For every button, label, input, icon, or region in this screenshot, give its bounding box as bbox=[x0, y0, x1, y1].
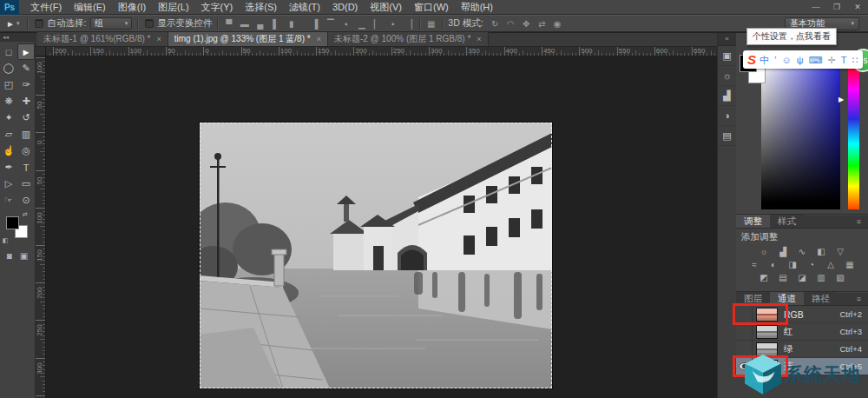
distribute-right-button[interactable]: ▕ bbox=[403, 19, 414, 29]
panel-menu-icon[interactable]: ≡ bbox=[857, 216, 861, 229]
pen-tool[interactable]: ✒ bbox=[0, 159, 17, 176]
vertical-ruler[interactable]: 10050050100150200250300350 bbox=[36, 56, 46, 398]
horizontal-ruler[interactable]: 2001501005005010015020025030035040045050… bbox=[46, 47, 717, 56]
quick-selection-tool[interactable]: ❋ bbox=[0, 93, 17, 109]
adj-exposure-icon[interactable]: ◧ bbox=[815, 246, 827, 257]
auto-align-layers-button[interactable]: ▦ bbox=[425, 19, 437, 29]
histogram-panel-icon[interactable]: ▟ bbox=[719, 86, 736, 106]
menu-item[interactable]: 文字(Y) bbox=[195, 0, 240, 15]
menu-item[interactable]: 图像(I) bbox=[112, 0, 152, 15]
eraser-tool[interactable]: ▱ bbox=[0, 126, 17, 143]
adj-levels-icon[interactable]: ▟ bbox=[777, 246, 789, 257]
restore-button[interactable]: ❐ bbox=[826, 0, 847, 15]
brush-tool[interactable]: ✎ bbox=[17, 60, 35, 76]
document-tab[interactable]: 未标题-1 @ 161%(RGB/8) * × bbox=[37, 32, 168, 46]
gradient-tool[interactable]: ▥ bbox=[17, 126, 35, 143]
close-tab-icon[interactable]: × bbox=[317, 35, 321, 43]
panel-menu-icon[interactable]: ≡ bbox=[857, 293, 861, 306]
hue-slider-arrow-icon[interactable]: ▶ bbox=[838, 96, 844, 103]
adj-hue-saturation-icon[interactable]: ≈ bbox=[748, 259, 760, 270]
adj-posterize-icon[interactable]: ▤ bbox=[777, 272, 789, 283]
close-tab-icon[interactable]: × bbox=[477, 35, 481, 43]
dodge-tool[interactable]: ◎ bbox=[17, 143, 35, 159]
channel-row[interactable]: RGB Ctrl+2 bbox=[736, 306, 868, 323]
visibility-toggle[interactable] bbox=[736, 323, 753, 341]
show-transform-checkbox[interactable] bbox=[145, 19, 154, 28]
3d-zoom-icon[interactable]: ◉ bbox=[552, 19, 563, 29]
document-tab[interactable]: timg (1).jpg @ 133% (图层 1 蓝/8) * × bbox=[168, 32, 328, 46]
document-image[interactable] bbox=[200, 123, 552, 388]
hand-tool[interactable]: ☞ bbox=[0, 192, 17, 209]
ime-emoji-icon[interactable]: ☺ bbox=[781, 51, 791, 69]
menu-item[interactable]: 视图(V) bbox=[364, 0, 408, 15]
layer-comps-panel-icon[interactable]: ▤ bbox=[719, 126, 736, 146]
menu-item[interactable]: 编辑(E) bbox=[68, 0, 112, 15]
menu-item[interactable]: 帮助(H) bbox=[455, 0, 499, 15]
adjustments-panel-icon[interactable]: ☼ bbox=[719, 66, 736, 86]
distribute-bottom-button[interactable]: ▁ bbox=[356, 19, 367, 29]
current-tool-chip[interactable]: ► ▾ bbox=[3, 19, 22, 29]
swap-colors-icon[interactable]: ⇄ bbox=[23, 211, 28, 218]
align-left-button[interactable]: ▌ bbox=[270, 19, 281, 29]
menu-item[interactable]: 3D(D) bbox=[326, 0, 364, 15]
menu-item[interactable]: 文件(F) bbox=[24, 0, 68, 15]
adj-brightness-contrast-icon[interactable]: ☼ bbox=[758, 246, 770, 257]
history-brush-tool[interactable]: ↺ bbox=[17, 109, 35, 126]
panel-tab[interactable]: 样式 bbox=[770, 215, 804, 228]
align-vcenter-button[interactable]: ▬ bbox=[239, 19, 250, 29]
distribute-vcenter-button[interactable]: ▪ bbox=[340, 19, 352, 29]
distribute-top-button[interactable]: ▔ bbox=[325, 19, 336, 29]
adj-channel-mixer-icon[interactable]: △ bbox=[825, 259, 837, 270]
adj-invert-icon[interactable]: ◩ bbox=[758, 272, 770, 283]
auto-select-dropdown[interactable]: 组 ▾ bbox=[90, 17, 132, 30]
adj-curves-icon[interactable]: ∿ bbox=[796, 246, 808, 257]
screen-mode-button[interactable]: ▣ bbox=[20, 251, 28, 261]
document-tab[interactable]: 未标题-2 @ 100% (图层 1 RGB/8) * × bbox=[328, 32, 489, 46]
eyedropper-tool[interactable]: ✑ bbox=[17, 76, 35, 93]
menu-item[interactable]: 图层(L) bbox=[152, 0, 194, 15]
panel-tab[interactable]: 通道 bbox=[770, 292, 804, 305]
3d-roll-icon[interactable]: ◠ bbox=[505, 19, 516, 29]
info-panel-icon[interactable]: ◑ bbox=[719, 106, 736, 126]
menu-item[interactable]: 窗口(W) bbox=[408, 0, 455, 15]
distribute-hcenter-button[interactable]: ▪ bbox=[387, 19, 398, 29]
adj-color-balance-icon[interactable]: ◐ bbox=[767, 259, 779, 270]
adj-color-lookup-icon[interactable]: ▦ bbox=[844, 259, 856, 270]
ime-more-grid-icon[interactable]: ∷ bbox=[852, 51, 858, 69]
align-bottom-button[interactable]: ▄ bbox=[254, 19, 266, 29]
adj-selective-color-icon[interactable]: ▧ bbox=[834, 272, 846, 283]
move-tool[interactable]: ► bbox=[17, 43, 35, 60]
quick-mask-button[interactable]: ◙ bbox=[7, 251, 12, 261]
crop-tool[interactable]: ◰ bbox=[0, 76, 17, 93]
3d-orbit-icon[interactable]: ↻ bbox=[490, 19, 501, 29]
align-hcenter-button[interactable]: ▮ bbox=[286, 19, 297, 29]
adj-black-white-icon[interactable]: ◨ bbox=[786, 259, 799, 270]
rect-marquee-tool[interactable]: □ bbox=[0, 43, 17, 60]
healing-brush-tool[interactable]: ✚ bbox=[17, 93, 35, 109]
adj-gradient-map-icon[interactable]: ▥ bbox=[815, 272, 827, 283]
ime-tone-icon[interactable]: ’ bbox=[774, 51, 776, 69]
adj-threshold-icon[interactable]: ◪ bbox=[796, 272, 808, 283]
distribute-left-button[interactable]: ▏ bbox=[372, 19, 383, 29]
ime-mic-icon[interactable]: ψ bbox=[797, 51, 804, 69]
lasso-tool[interactable]: ◯ bbox=[0, 60, 17, 76]
ime-chinese-mode-icon[interactable]: 中 bbox=[760, 51, 769, 69]
align-right-button[interactable]: ▐ bbox=[309, 19, 320, 29]
history-panel-icon[interactable]: ▣ bbox=[719, 46, 736, 66]
color-field[interactable] bbox=[761, 63, 840, 209]
panel-tab[interactable]: 路径 bbox=[804, 292, 838, 305]
type-tool[interactable]: T bbox=[17, 159, 35, 176]
hue-slider[interactable] bbox=[848, 63, 859, 209]
smudge-tool[interactable]: ☝ bbox=[0, 143, 17, 159]
panel-tab[interactable]: 调整 bbox=[736, 215, 770, 228]
clone-stamp-tool[interactable]: ✦ bbox=[0, 109, 17, 126]
dock-collapse-icon[interactable]: « bbox=[718, 33, 736, 46]
toolbar-collapse-icon[interactable]: ◂◂ bbox=[0, 33, 35, 42]
menu-item[interactable]: 选择(S) bbox=[239, 0, 283, 15]
sogou-logo[interactable]: S bbox=[747, 51, 756, 69]
align-top-button[interactable]: ▀ bbox=[223, 19, 234, 29]
channel-row[interactable]: 红 Ctrl+3 bbox=[736, 323, 868, 341]
panel-tab[interactable]: 图层 bbox=[736, 292, 770, 305]
path-select-tool[interactable]: ▷ bbox=[0, 176, 17, 192]
zoom-tool[interactable]: ⊙ bbox=[17, 192, 35, 209]
